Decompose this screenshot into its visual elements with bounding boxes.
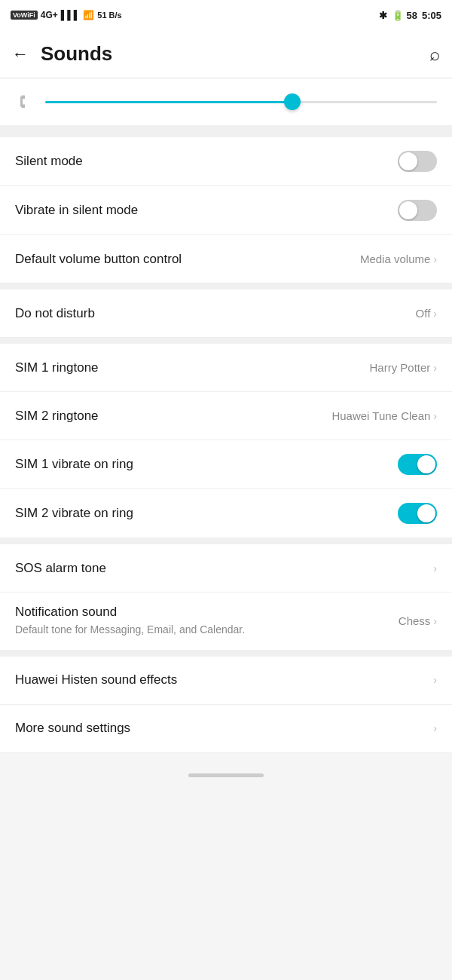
vibrate-silent-label: Vibrate in silent mode: [15, 203, 138, 218]
do-not-disturb-label: Do not disturb: [15, 306, 95, 321]
vibrate-silent-row[interactable]: Vibrate in silent mode: [0, 186, 452, 235]
vibrate-silent-thumb: [399, 201, 417, 219]
home-pill[interactable]: [188, 773, 264, 777]
silent-mode-toggle[interactable]: [398, 151, 437, 172]
sos-alarm-row[interactable]: SOS alarm tone ›: [0, 544, 452, 593]
sim2-vibrate-label: SIM 2 vibrate on ring: [15, 506, 133, 521]
bluetooth-icon: ✱: [379, 10, 387, 21]
volume-button-label: Default volume button control: [15, 252, 182, 267]
notification-sound-value: Chess ›: [399, 614, 437, 627]
section-divider-3: [0, 338, 452, 344]
chevron-icon: ›: [433, 253, 437, 265]
network-indicator: 4G+: [41, 10, 58, 20]
chevron-icon: ›: [433, 615, 437, 627]
more-sound-value: ›: [433, 722, 437, 734]
sim2-vibrate-thumb: [417, 504, 435, 522]
chevron-icon: ›: [433, 722, 437, 734]
chevron-icon: ›: [433, 362, 437, 374]
sim2-ringtone-label: SIM 2 ringtone: [15, 409, 99, 424]
sim2-ringtone-value: Huawei Tune Clean ›: [331, 409, 437, 422]
ringtone-section: SIM 1 ringtone Harry Potter › SIM 2 ring…: [0, 344, 452, 538]
app-bar: ← Sounds ⌕: [0, 30, 452, 78]
sim1-ringtone-value: Harry Potter ›: [369, 361, 437, 374]
section-divider-2: [0, 283, 452, 289]
section-divider-5: [0, 651, 452, 657]
sim1-vibrate-label: SIM 1 vibrate on ring: [15, 457, 133, 472]
volume-button-row[interactable]: Default volume button control Media volu…: [0, 235, 452, 283]
vibrate-silent-toggle[interactable]: [398, 200, 437, 221]
status-right: ✱ 🔋 58 5:05: [379, 10, 441, 21]
sim1-vibrate-row[interactable]: SIM 1 vibrate on ring: [0, 440, 452, 489]
chevron-icon: ›: [433, 562, 437, 574]
signal-icon: ▌▌▌: [61, 10, 81, 20]
sos-alarm-label: SOS alarm tone: [15, 561, 106, 576]
silent-mode-row[interactable]: Silent mode: [0, 137, 452, 186]
page-title: Sounds: [41, 42, 112, 66]
volume-slider[interactable]: [45, 90, 437, 113]
search-button[interactable]: ⌕: [429, 44, 440, 65]
do-not-disturb-row[interactable]: Do not disturb Off ›: [0, 289, 452, 338]
vowifi-badge: VoWiFi: [11, 11, 38, 20]
status-bar: VoWiFi 4G+ ▌▌▌ 📶 51 B/s ✱ 🔋 58 5:05: [0, 0, 452, 30]
histen-label: Huawei Histen sound effects: [15, 672, 177, 688]
alarm-notification-section: SOS alarm tone › Notification sound Defa…: [0, 544, 452, 651]
wifi-icon: 📶: [83, 10, 94, 20]
sim1-ringtone-label: SIM 1 ringtone: [15, 360, 99, 375]
slider-thumb[interactable]: [284, 93, 301, 110]
histen-value: ›: [433, 674, 437, 686]
app-bar-left: ← Sounds: [12, 42, 112, 66]
sim1-ringtone-row[interactable]: SIM 1 ringtone Harry Potter ›: [0, 344, 452, 392]
phone-icon: 🕻: [15, 91, 33, 112]
sim2-vibrate-toggle[interactable]: [398, 503, 437, 524]
battery-indicator: 🔋 58: [392, 10, 417, 21]
sim2-ringtone-row[interactable]: SIM 2 ringtone Huawei Tune Clean ›: [0, 392, 452, 440]
chevron-icon: ›: [433, 674, 437, 686]
volume-button-value: Media volume ›: [360, 253, 437, 265]
more-sound-label: More sound settings: [15, 721, 130, 736]
notification-sound-row[interactable]: Notification sound Default tone for Mess…: [0, 593, 452, 651]
settings-section: Silent mode Vibrate in silent mode Defau…: [0, 137, 452, 283]
sim1-vibrate-toggle[interactable]: [398, 454, 437, 475]
volume-section: 🕻: [0, 78, 452, 131]
sos-alarm-value: ›: [433, 562, 437, 574]
sim2-vibrate-row[interactable]: SIM 2 vibrate on ring: [0, 489, 452, 538]
histen-row[interactable]: Huawei Histen sound effects ›: [0, 657, 452, 705]
notification-text-block: Notification sound Default tone for Mess…: [15, 605, 389, 638]
home-indicator: [0, 753, 452, 798]
more-sound-row[interactable]: More sound settings ›: [0, 705, 452, 753]
silent-mode-thumb: [399, 152, 417, 170]
back-button[interactable]: ←: [12, 44, 29, 64]
chevron-icon: ›: [433, 308, 437, 320]
notification-sound-subtitle: Default tone for Messaging, Email, and C…: [15, 623, 389, 638]
time-display: 5:05: [422, 10, 441, 21]
notification-sound-title: Notification sound: [15, 605, 389, 620]
do-not-disturb-value: Off ›: [416, 307, 437, 320]
chevron-icon: ›: [433, 410, 437, 422]
extra-settings-section: Huawei Histen sound effects › More sound…: [0, 657, 452, 753]
section-divider-1: [0, 131, 452, 137]
status-left: VoWiFi 4G+ ▌▌▌ 📶 51 B/s: [11, 10, 122, 20]
slider-track: [45, 101, 437, 103]
silent-mode-label: Silent mode: [15, 154, 83, 169]
sim1-vibrate-thumb: [417, 455, 435, 473]
dnd-section: Do not disturb Off ›: [0, 289, 452, 338]
section-divider-4: [0, 538, 452, 544]
slider-fill: [45, 101, 292, 103]
speed-indicator: 51 B/s: [97, 11, 121, 20]
